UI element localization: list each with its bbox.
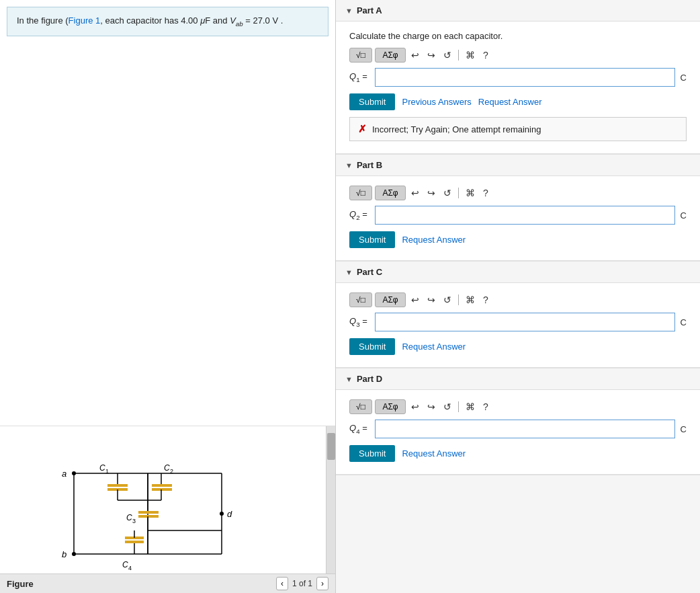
problem-statement: In the figure (Figure 1, each capacitor …	[7, 7, 329, 36]
part-d-submit-btn[interactable]: Submit	[349, 445, 395, 462]
svg-point-6	[72, 552, 76, 556]
aesigma-btn-c[interactable]: AΣφ	[375, 292, 406, 307]
part-c-toolbar: √□ AΣφ ↩ ↪ ↺ ⌘ ?	[349, 292, 687, 307]
svg-text:a: a	[62, 469, 67, 479]
part-d-request-answer-link[interactable]: Request Answer	[402, 448, 466, 459]
part-a-error-text: Incorrect; Try Again; One attempt remain…	[372, 124, 541, 134]
sqrt-btn-c[interactable]: √□	[349, 292, 372, 307]
right-panel: ▼ Part A Calculate the charge on each ca…	[336, 0, 700, 593]
svg-text:4: 4	[128, 565, 132, 571]
part-d-header[interactable]: ▼ Part D	[336, 368, 700, 390]
part-a-toolbar: √□ AΣφ ↩ ↪ ↺ ⌘ ?	[349, 48, 687, 63]
reset-btn-a[interactable]: ↺	[441, 48, 454, 62]
toolbar-divider-d	[458, 401, 459, 412]
undo-btn-c[interactable]: ↩	[408, 293, 422, 307]
undo-btn-a[interactable]: ↩	[408, 48, 422, 62]
keyboard-btn-a[interactable]: ⌘	[463, 48, 478, 62]
help-btn-a[interactable]: ?	[480, 48, 491, 62]
part-d-input-row: Q4 = C	[349, 420, 687, 438]
redo-btn-c[interactable]: ↪	[425, 293, 438, 307]
part-d-title: Part D	[357, 374, 382, 384]
part-c-btn-row: Submit Request Answer	[349, 338, 687, 355]
part-c-body: √□ AΣφ ↩ ↪ ↺ ⌘ ? Q3 = C Submit Request A…	[336, 283, 700, 368]
sqrt-btn-a[interactable]: √□	[349, 48, 372, 63]
toolbar-divider-a	[458, 50, 459, 61]
part-d-input[interactable]	[375, 420, 675, 438]
part-d-section: ▼ Part D √□ AΣφ ↩ ↪ ↺ ⌘ ? Q4 = C	[336, 368, 700, 475]
toolbar-divider-b	[458, 188, 459, 198]
figure-canvas: a b d	[0, 426, 335, 574]
reset-btn-b[interactable]: ↺	[441, 186, 454, 200]
sqrt-btn-b[interactable]: √□	[349, 186, 372, 200]
part-d-btn-row: Submit Request Answer	[349, 445, 687, 462]
figure-scrollbar[interactable]	[326, 426, 335, 574]
help-btn-b[interactable]: ?	[480, 186, 491, 200]
part-a-input-row: Q1 = C	[349, 68, 687, 87]
problem-text-before-link: In the figure (	[17, 15, 69, 26]
part-c-input[interactable]	[375, 313, 675, 331]
circuit-diagram: a b d	[20, 433, 275, 574]
part-d-unit: C	[681, 424, 687, 434]
part-d-input-label: Q4 =	[349, 423, 369, 435]
svg-point-8	[220, 512, 224, 516]
aesigma-btn-b[interactable]: AΣφ	[375, 186, 406, 200]
figure-prev-btn[interactable]: ‹	[276, 577, 288, 590]
part-a-submit-btn[interactable]: Submit	[349, 93, 395, 110]
part-b-header[interactable]: ▼ Part B	[336, 155, 700, 176]
part-a-unit: C	[681, 73, 687, 83]
part-d-toolbar: √□ AΣφ ↩ ↪ ↺ ⌘ ?	[349, 399, 687, 414]
keyboard-btn-b[interactable]: ⌘	[463, 186, 478, 200]
part-a-input-label: Q1 =	[349, 71, 369, 83]
part-a-request-answer-link[interactable]: Request Answer	[478, 97, 542, 107]
part-b-input-row: Q2 = C	[349, 206, 687, 225]
reset-btn-c[interactable]: ↺	[441, 293, 454, 307]
part-b-input[interactable]	[375, 206, 675, 225]
left-panel: In the figure (Figure 1, each capacitor …	[0, 0, 336, 593]
svg-text:C: C	[126, 513, 132, 522]
sqrt-btn-d[interactable]: √□	[349, 399, 372, 414]
aesigma-btn-d[interactable]: AΣφ	[375, 399, 406, 414]
keyboard-btn-d[interactable]: ⌘	[463, 400, 478, 413]
aesigma-btn-a[interactable]: AΣφ	[375, 48, 406, 63]
part-c-input-label: Q3 =	[349, 316, 369, 328]
problem-text-after-link: , each capacitor has 4.00 μF and Vab = 2…	[100, 15, 283, 26]
part-c-arrow: ▼	[345, 268, 353, 276]
part-c-header[interactable]: ▼ Part C	[336, 262, 700, 283]
redo-btn-d[interactable]: ↪	[425, 400, 438, 413]
part-d-arrow: ▼	[345, 375, 353, 383]
part-b-input-label: Q2 =	[349, 209, 369, 221]
part-b-unit: C	[681, 210, 687, 221]
part-c-request-answer-link[interactable]: Request Answer	[402, 342, 466, 352]
figure-label-bar: Figure ‹ 1 of 1 ›	[0, 574, 335, 593]
help-btn-c[interactable]: ?	[480, 293, 491, 307]
scroll-thumb	[327, 433, 335, 460]
part-b-request-answer-link[interactable]: Request Answer	[402, 235, 466, 245]
part-b-submit-btn[interactable]: Submit	[349, 231, 395, 248]
undo-btn-b[interactable]: ↩	[408, 186, 422, 200]
part-c-submit-btn[interactable]: Submit	[349, 338, 395, 355]
help-btn-d[interactable]: ?	[480, 400, 491, 413]
part-a-description: Calculate the charge on each capacitor.	[349, 31, 687, 41]
reset-btn-d[interactable]: ↺	[441, 400, 454, 413]
figure-label: Figure	[7, 579, 34, 589]
part-a-body: Calculate the charge on each capacitor. …	[336, 22, 700, 155]
svg-text:C: C	[122, 560, 128, 569]
part-b-btn-row: Submit Request Answer	[349, 231, 687, 248]
redo-btn-b[interactable]: ↪	[425, 186, 438, 200]
part-a-btn-row: Submit Previous Answers Request Answer	[349, 93, 687, 110]
keyboard-btn-c[interactable]: ⌘	[463, 293, 478, 307]
part-a-input[interactable]	[375, 68, 675, 87]
redo-btn-a[interactable]: ↪	[425, 48, 438, 62]
svg-text:d: d	[227, 509, 232, 519]
svg-text:1: 1	[105, 468, 109, 475]
figure-link[interactable]: Figure 1	[69, 15, 101, 26]
figure-next-btn[interactable]: ›	[316, 577, 329, 590]
svg-text:b: b	[62, 549, 67, 559]
part-a-prev-answers-link[interactable]: Previous Answers	[402, 97, 471, 107]
part-a-error-msg: ✗ Incorrect; Try Again; One attempt rema…	[349, 117, 687, 141]
undo-btn-d[interactable]: ↩	[408, 400, 422, 413]
part-a-section: ▼ Part A Calculate the charge on each ca…	[336, 0, 700, 155]
figure-page-indicator: 1 of 1	[292, 579, 312, 588]
part-a-header[interactable]: ▼ Part A	[336, 0, 700, 22]
part-b-section: ▼ Part B √□ AΣφ ↩ ↪ ↺ ⌘ ? Q2 = C	[336, 155, 700, 262]
